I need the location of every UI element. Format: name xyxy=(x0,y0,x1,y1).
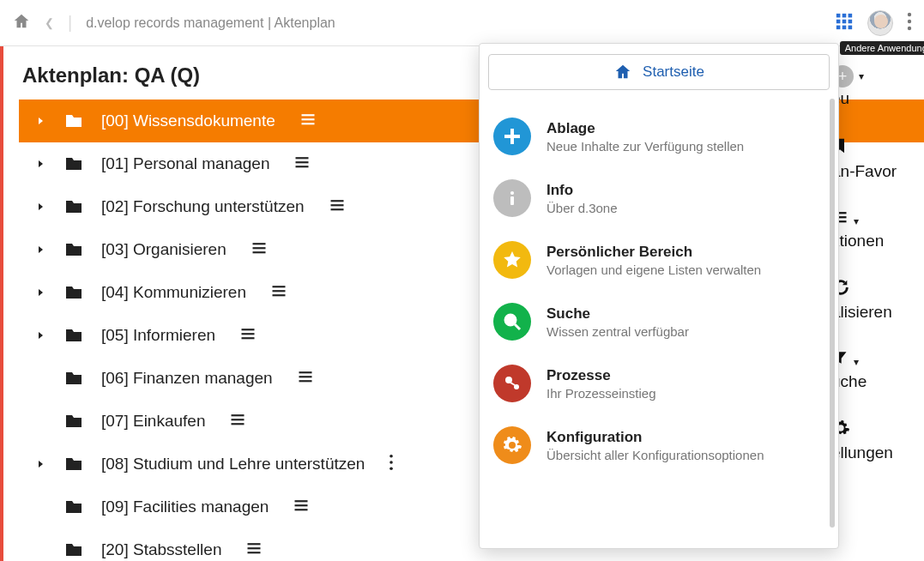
expander-icon[interactable] xyxy=(34,330,46,341)
tile-title: Persönlicher Bereich xyxy=(547,244,761,261)
folder-icon xyxy=(63,239,84,260)
hamburger-icon[interactable] xyxy=(239,325,257,347)
hamburger-icon[interactable] xyxy=(251,239,268,261)
search-icon xyxy=(493,303,531,341)
folder-icon xyxy=(63,325,84,346)
drawer-home-button[interactable]: Startseite xyxy=(488,54,830,90)
hamburger-icon[interactable] xyxy=(299,111,317,132)
folder-icon xyxy=(63,196,84,217)
svg-rect-6 xyxy=(836,25,841,29)
expander-icon[interactable] xyxy=(34,459,46,469)
right-panel-label: ellungen xyxy=(831,443,893,461)
tree-item-label: [08] Studium und Lehre unterstützen xyxy=(101,455,365,474)
expander-icon[interactable] xyxy=(34,159,46,169)
tile-subtitle: Neue Inhalte zur Verfügung stellen xyxy=(547,139,744,154)
hamburger-icon[interactable] xyxy=(229,411,246,432)
drawer-tile[interactable]: InfoÜber d.3one xyxy=(488,167,830,229)
svg-rect-39 xyxy=(295,500,308,502)
tree-item-label: [03] Organisieren xyxy=(101,240,226,259)
process-icon xyxy=(493,365,531,402)
svg-rect-24 xyxy=(272,286,285,287)
apps-grid-icon[interactable] xyxy=(835,12,854,34)
avatar[interactable] xyxy=(867,10,893,36)
svg-point-36 xyxy=(390,454,394,457)
svg-rect-35 xyxy=(232,423,245,425)
svg-rect-8 xyxy=(849,25,853,29)
tile-subtitle: Ihr Prozesseinstieg xyxy=(547,386,656,401)
right-panel-label: alisieren xyxy=(831,303,892,321)
more-dots-icon[interactable] xyxy=(907,12,912,34)
hamburger-icon[interactable] xyxy=(245,540,263,561)
drawer-scrollbar[interactable] xyxy=(830,99,835,528)
plus-icon xyxy=(493,118,531,155)
svg-rect-23 xyxy=(252,251,265,253)
expander-icon[interactable] xyxy=(34,202,46,212)
svg-rect-44 xyxy=(248,552,261,553)
apps-drawer: Startseite AblageNeue Inhalte zur Verfüg… xyxy=(479,43,839,549)
svg-rect-20 xyxy=(330,208,343,210)
drawer-tile[interactable]: ProzesseIhr Prozesseinstieg xyxy=(488,353,830,414)
plus-circle-icon: +▾ xyxy=(831,65,924,87)
svg-rect-3 xyxy=(836,19,841,23)
svg-rect-4 xyxy=(842,19,847,23)
svg-rect-25 xyxy=(272,290,285,292)
breadcrumb-back-icon[interactable]: ❮ xyxy=(41,16,57,29)
svg-line-50 xyxy=(515,324,520,329)
svg-rect-33 xyxy=(232,414,245,416)
folder-icon xyxy=(63,411,84,431)
svg-rect-22 xyxy=(252,247,265,249)
folder-icon xyxy=(63,111,84,131)
folder-icon xyxy=(63,497,84,517)
svg-rect-30 xyxy=(299,371,311,373)
svg-point-38 xyxy=(390,467,394,470)
tree-item-label: [05] Informieren xyxy=(101,326,215,345)
svg-rect-17 xyxy=(296,166,309,167)
tile-subtitle: Übersicht aller Konfigurationsoptionen xyxy=(547,448,764,462)
svg-point-49 xyxy=(505,315,516,325)
hamburger-icon[interactable] xyxy=(270,282,287,304)
breadcrumb-text[interactable]: d.velop records management | Aktenplan xyxy=(82,15,335,31)
expander-icon[interactable] xyxy=(34,116,46,126)
svg-rect-14 xyxy=(301,123,314,124)
expander-icon[interactable] xyxy=(34,287,46,298)
svg-rect-7 xyxy=(842,25,847,29)
drawer-tile[interactable]: Persönlicher BereichVorlagen und eigene … xyxy=(488,229,830,291)
svg-rect-27 xyxy=(242,329,255,330)
svg-rect-46 xyxy=(504,135,520,138)
svg-rect-26 xyxy=(272,294,285,296)
svg-rect-42 xyxy=(248,543,261,545)
hamburger-icon[interactable] xyxy=(329,196,346,218)
tile-subtitle: Wissen zentral verfügbar xyxy=(547,324,689,339)
expander-icon[interactable] xyxy=(34,244,46,255)
tile-subtitle: Vorlagen und eigene Listen verwalten xyxy=(547,262,761,277)
svg-rect-31 xyxy=(299,376,311,377)
folder-icon xyxy=(63,154,84,174)
tile-title: Ablage xyxy=(547,120,744,137)
hamburger-icon[interactable] xyxy=(297,368,314,389)
svg-rect-48 xyxy=(510,196,514,205)
drawer-tile[interactable]: KonfigurationÜbersicht aller Konfigurati… xyxy=(488,414,830,476)
home-icon[interactable] xyxy=(12,12,31,34)
gear-icon xyxy=(831,419,924,442)
tile-subtitle: Über d.3one xyxy=(547,201,618,215)
drawer-tile[interactable]: AblageNeue Inhalte zur Verfügung stellen xyxy=(488,106,830,167)
svg-rect-0 xyxy=(836,13,841,17)
tree-item-label: [06] Finanzen managen xyxy=(101,369,273,388)
topbar: ❮ | d.velop records management | Aktenpl… xyxy=(0,0,924,46)
more-dots-icon[interactable] xyxy=(389,454,394,475)
home-icon xyxy=(613,63,632,81)
svg-rect-29 xyxy=(242,337,255,339)
hamburger-icon[interactable] xyxy=(293,154,311,175)
folder-icon xyxy=(63,454,84,474)
folder-icon xyxy=(63,368,84,389)
hamburger-icon[interactable] xyxy=(293,497,310,518)
tree-item-label: [09] Facilities managen xyxy=(101,498,269,516)
tile-title: Prozesse xyxy=(547,367,656,384)
svg-point-47 xyxy=(510,191,514,195)
drawer-tile[interactable]: SucheWissen zentral verfügbar xyxy=(488,291,830,353)
svg-rect-15 xyxy=(296,157,309,159)
svg-rect-13 xyxy=(301,118,314,120)
tree-item-label: [00] Wissensdokumente xyxy=(101,112,275,130)
tree-item-label: [07] Einkaufen xyxy=(101,412,205,431)
svg-rect-19 xyxy=(330,204,343,206)
